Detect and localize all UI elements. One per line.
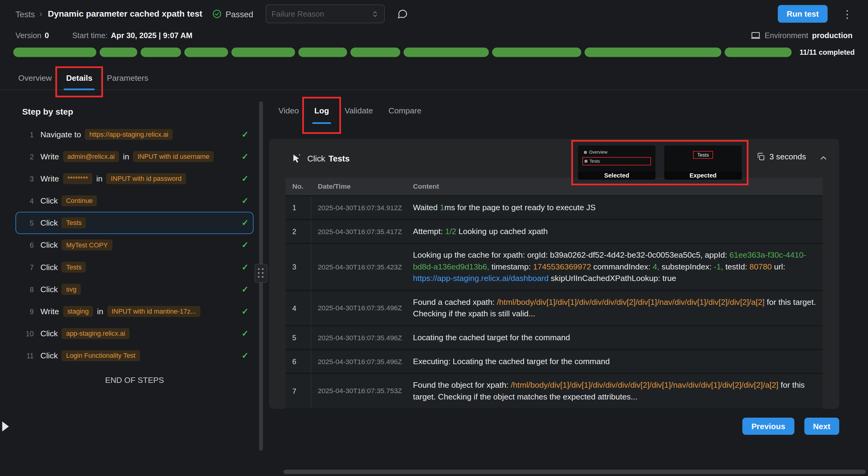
tab-validate[interactable]: Validate	[337, 101, 380, 122]
log-text: Found the object for xpath:	[413, 381, 511, 389]
log-row-number: 1	[286, 196, 311, 219]
tab-compare[interactable]: Compare	[381, 101, 429, 122]
progress-segment	[585, 47, 721, 57]
column-header: No.	[286, 177, 311, 195]
log-timestamp: 2025-04-30T16:07:35.753Z	[311, 382, 406, 400]
log-text: Locating the cached target for the comma…	[413, 333, 570, 342]
log-text-orange: 80780	[749, 262, 772, 271]
step-action-text: Navigate to	[40, 130, 81, 139]
run-test-button[interactable]: Run test	[778, 5, 828, 23]
step-action-text: Click	[40, 241, 58, 249]
log-text-link[interactable]: https://app-staging.relicx.ai/dashboard	[413, 274, 549, 283]
thumb-tests-row: Tests	[582, 157, 651, 165]
check-icon: ✓	[242, 306, 248, 316]
comment-icon[interactable]	[397, 8, 408, 19]
previous-button[interactable]: Previous	[742, 418, 794, 435]
log-text: substepIndex:	[659, 262, 714, 271]
log-text: Executing: Locating the cached target fo…	[413, 357, 610, 366]
step-number: 9	[23, 307, 34, 315]
step-arg-chip: INPUT with id username	[133, 151, 214, 162]
log-text-green: -1,	[714, 262, 723, 271]
tab-log[interactable]: Log	[307, 101, 336, 122]
step-row[interactable]: 3Write********inINPUT with id password✓	[16, 168, 254, 190]
progress-segment	[404, 47, 489, 57]
log-text: Waited	[413, 203, 440, 212]
start-time-value: Apr 30, 2025 | 9:07 AM	[111, 31, 192, 40]
step-row[interactable]: 5ClickTests✓	[16, 212, 254, 234]
progress-segment	[231, 47, 295, 57]
step-arg-chip: INPUT with id mantine-17z...	[107, 306, 200, 317]
log-card: Click Tests Overview Tests	[269, 139, 839, 409]
step-row[interactable]: 9WritestaginginINPUT with id mantine-17z…	[16, 300, 254, 322]
step-row[interactable]: 7ClickTests✓	[16, 256, 254, 278]
chevron-up-icon[interactable]	[819, 153, 828, 163]
step-number: 3	[23, 174, 34, 183]
failure-reason-select[interactable]: Failure Reason	[266, 4, 384, 23]
step-number: 8	[23, 285, 34, 293]
check-icon: ✓	[242, 351, 248, 361]
tab-details[interactable]: Details	[59, 68, 100, 90]
tab-video[interactable]: Video	[271, 101, 306, 122]
step-number: 1	[23, 130, 34, 138]
selected-screenshot-thumb[interactable]: Overview Tests Selected	[578, 145, 655, 180]
breadcrumb-tests[interactable]: Tests	[16, 9, 35, 19]
step-action-text: Write	[40, 307, 59, 316]
expected-screenshot-thumb[interactable]: Tests Expected	[664, 145, 742, 180]
step-row[interactable]: 10Clickapp-staging.relicx.ai✓	[16, 322, 254, 344]
step-row[interactable]: 6ClickMyTest COPY✓	[16, 234, 254, 256]
steps-list: 1Navigate tohttps://app-staging.relicx.a…	[16, 124, 254, 367]
tab-overview[interactable]: Overview	[11, 68, 59, 90]
page-title: Dynamic parameter cached xpath test	[48, 9, 203, 19]
log-message: Waited 1ms for the page to get ready to …	[406, 196, 823, 219]
step-action-text: Click	[40, 263, 58, 272]
log-table: No.Date/TimeContent 12025-04-30T16:07:34…	[286, 177, 823, 409]
drag-dots-icon	[258, 268, 264, 278]
sidebar-expand-arrow[interactable]	[2, 421, 9, 432]
next-button[interactable]: Next	[804, 418, 839, 435]
steps-title: Step by step	[22, 107, 254, 117]
step-action-text: in	[97, 307, 103, 316]
step-action-text: Click	[40, 218, 58, 227]
overview-icon	[584, 151, 587, 154]
step-number: 6	[23, 241, 34, 249]
check-icon: ✓	[242, 174, 248, 183]
log-timestamp: 2025-04-30T16:07:35.423Z	[311, 258, 406, 276]
step-action-text: in	[96, 174, 102, 183]
step-action-text: Write	[40, 174, 59, 183]
detail-panel: VideoLogValidateCompare Click Tests Over…	[269, 98, 868, 452]
log-row: 72025-04-30T16:07:35.753ZFound the objec…	[286, 374, 823, 409]
kebab-menu-icon[interactable]: ⋮	[842, 8, 852, 19]
step-row[interactable]: 4ClickContinue✓	[16, 190, 254, 212]
main-area: Step by step 1Navigate tohttps://app-sta…	[0, 98, 868, 452]
step-row[interactable]: 1Navigate tohttps://app-staging.relicx.a…	[16, 124, 254, 145]
steps-panel: Step by step 1Navigate tohttps://app-sta…	[16, 98, 254, 452]
panel-resize-handle[interactable]	[254, 264, 267, 282]
tab-parameters[interactable]: Parameters	[100, 68, 156, 90]
log-row-number: 2	[286, 220, 311, 243]
log-text-green: 1	[440, 203, 444, 212]
log-text-green: 4,	[652, 262, 659, 271]
log-text: Found a cached xpath:	[413, 298, 497, 306]
top-bar: Tests › Dynamic parameter cached xpath t…	[0, 0, 868, 28]
step-arg-chip: admin@relicx.ai	[63, 151, 119, 162]
log-rows: 12025-04-30T16:07:34.912ZWaited 1ms for …	[286, 196, 823, 409]
environment-value: production	[812, 31, 852, 40]
log-text-orange: /html/body/div[1]/div[1]/div/div/div/div…	[510, 381, 778, 389]
step-arg-chip: INPUT with id password	[106, 173, 186, 184]
copy-icon[interactable]	[756, 152, 765, 161]
log-text: url:	[772, 262, 785, 271]
log-timestamp: 2025-04-30T16:07:35.496Z	[311, 299, 406, 317]
horizontal-scrollbar[interactable]	[283, 470, 866, 474]
step-row[interactable]: 2Writeadmin@relicx.aiinINPUT with id use…	[16, 145, 254, 168]
selected-caption: Selected	[578, 171, 655, 179]
step-arg-chip: https://app-staging.relicx.ai	[85, 129, 173, 140]
step-row[interactable]: 11ClickLogin Functionality Test✓	[16, 345, 254, 367]
step-row[interactable]: 8Clicksvg✓	[16, 278, 254, 300]
check-icon: ✓	[242, 240, 248, 250]
step-arg-chip: staging	[63, 306, 93, 317]
check-icon: ✓	[242, 129, 248, 139]
log-message: Attempt: 1/2 Looking up cached xpath	[406, 220, 823, 243]
log-row: 42025-04-30T16:07:35.496ZFound a cached …	[286, 291, 823, 326]
log-tabs: VideoLogValidateCompare	[269, 98, 839, 122]
panel-divider	[254, 98, 269, 452]
